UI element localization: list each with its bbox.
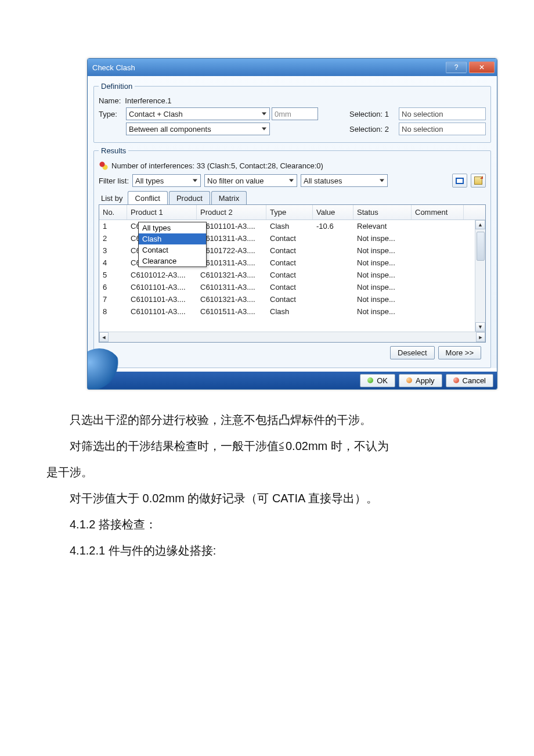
paragraph: 4.1.2 搭接检查： bbox=[46, 514, 488, 535]
table-cell bbox=[313, 244, 353, 257]
export-icon bbox=[474, 177, 482, 185]
horizontal-scrollbar[interactable]: ◄ ► bbox=[99, 332, 485, 342]
dot-orange-icon bbox=[406, 377, 412, 383]
vertical-scrollbar[interactable]: ▲ ▼ bbox=[475, 220, 485, 332]
table-cell: 2 bbox=[99, 232, 127, 244]
tab-conflict[interactable]: Conflict bbox=[128, 191, 168, 205]
filter-status-combo[interactable]: All statuses bbox=[301, 174, 388, 187]
table-cell: 8 bbox=[99, 305, 127, 318]
filter-type-dropdown[interactable]: All types Clash Contact Clearance bbox=[138, 222, 207, 267]
name-label: Name: bbox=[99, 96, 123, 105]
dialog-footer: OK Apply Cancel bbox=[88, 372, 497, 389]
table-cell: Not inspe... bbox=[353, 305, 412, 318]
paragraph: 是干涉。 bbox=[46, 462, 488, 483]
table-row[interactable]: 8C6101101-A3....C6101511-A3....ClashNot … bbox=[99, 305, 485, 318]
table-cell: Contact bbox=[266, 244, 313, 257]
table-cell bbox=[313, 293, 353, 305]
table-cell bbox=[412, 293, 464, 305]
name-value: Interference.1 bbox=[125, 96, 171, 105]
more-button[interactable]: More >> bbox=[438, 346, 481, 359]
scroll-left-icon[interactable]: ◄ bbox=[99, 332, 109, 342]
table-cell: C6101722-A3.... bbox=[197, 244, 266, 257]
table-cell: C6101101-A3.... bbox=[127, 305, 197, 318]
table-cell: 4 bbox=[99, 257, 127, 269]
type-label: Type: bbox=[99, 110, 124, 118]
table-cell: Contact bbox=[266, 293, 313, 305]
export-button[interactable] bbox=[471, 174, 486, 188]
table-cell bbox=[313, 269, 353, 281]
dropdown-option[interactable]: All types bbox=[139, 222, 206, 233]
scroll-thumb[interactable] bbox=[477, 232, 485, 261]
table-cell: C6101511-A3.... bbox=[197, 305, 266, 318]
table-cell: Not inspe... bbox=[353, 293, 412, 305]
rectangle-icon bbox=[456, 178, 464, 184]
check-clash-dialog: Check Clash ? ✕ Definition Name: Interfe… bbox=[87, 58, 497, 390]
tab-product[interactable]: Product bbox=[169, 191, 210, 205]
table-header-row: No. Product 1 Product 2 Type Value Statu… bbox=[99, 205, 485, 220]
table-cell: C6101101-A3.... bbox=[127, 281, 197, 293]
table-cell: C6101311-A3.... bbox=[197, 257, 266, 269]
listby-label: List by bbox=[99, 194, 128, 203]
scroll-right-icon[interactable]: ► bbox=[476, 332, 485, 342]
filter-type-combo[interactable]: All types bbox=[132, 174, 201, 187]
col-comment[interactable]: Comment bbox=[412, 205, 464, 219]
col-value[interactable]: Value bbox=[313, 205, 353, 219]
titlebar[interactable]: Check Clash ? ✕ bbox=[88, 59, 497, 76]
table-cell bbox=[313, 281, 353, 293]
col-product2[interactable]: Product 2 bbox=[197, 205, 266, 219]
cancel-button[interactable]: Cancel bbox=[446, 374, 493, 387]
dropdown-option[interactable]: Clash bbox=[139, 233, 206, 244]
table-cell bbox=[313, 232, 353, 244]
table-cell: 1 bbox=[99, 220, 127, 232]
selection2-box[interactable]: No selection bbox=[399, 123, 486, 135]
table-cell bbox=[412, 269, 464, 281]
table-cell: Contact bbox=[266, 257, 313, 269]
paragraph: 4.1.2.1 件与件的边缘处搭接: bbox=[46, 540, 488, 561]
ok-button[interactable]: OK bbox=[360, 374, 395, 387]
paragraph: 对筛选出的干涉结果检查时，一般干涉值≦0.02mm 时，不认为 bbox=[46, 435, 488, 457]
filter-value-combo[interactable]: No filter on value bbox=[204, 174, 297, 187]
close-icon[interactable]: ✕ bbox=[469, 62, 495, 73]
paragraph: 对干涉值大于 0.02mm 的做好记录（可 CATIA 直接导出）。 bbox=[46, 488, 488, 509]
clearance-input[interactable]: 0mm bbox=[272, 107, 318, 120]
table-row[interactable]: 7C6101101-A3....C6101321-A3....ContactNo… bbox=[99, 293, 485, 305]
table-cell: Clash bbox=[266, 220, 313, 232]
tab-matrix[interactable]: Matrix bbox=[211, 191, 247, 205]
apply-button[interactable]: Apply bbox=[399, 374, 442, 387]
table-cell: C6101101-A3.... bbox=[127, 293, 197, 305]
table-cell: 6 bbox=[99, 281, 127, 293]
col-type[interactable]: Type bbox=[266, 205, 313, 219]
table-cell bbox=[412, 257, 464, 269]
table-row[interactable]: 6C6101101-A3....C6101311-A3....ContactNo… bbox=[99, 281, 485, 293]
scope-combo[interactable]: Between all components bbox=[126, 123, 270, 135]
interference-icon bbox=[99, 161, 108, 170]
table-cell bbox=[313, 257, 353, 269]
help-icon[interactable]: ? bbox=[446, 62, 467, 73]
type-combo[interactable]: Contact + Clash bbox=[126, 107, 270, 120]
col-no[interactable]: No. bbox=[99, 205, 127, 219]
table-cell: Not inspe... bbox=[353, 269, 412, 281]
table-cell: C6101311-A3.... bbox=[197, 232, 266, 244]
table-cell bbox=[412, 305, 464, 318]
table-cell bbox=[412, 232, 464, 244]
detailed-results-button[interactable] bbox=[452, 174, 467, 188]
table-row[interactable]: 5C6101012-A3....C6101321-A3....ContactNo… bbox=[99, 269, 485, 281]
table-cell: Not inspe... bbox=[353, 244, 412, 257]
table-cell: Not inspe... bbox=[353, 281, 412, 293]
definition-legend: Definition bbox=[99, 82, 135, 91]
scroll-up-icon[interactable]: ▲ bbox=[475, 220, 485, 229]
table-cell: Contact bbox=[266, 232, 313, 244]
deselect-button[interactable]: Deselect bbox=[390, 346, 435, 359]
results-legend: Results bbox=[99, 146, 128, 155]
selection1-box[interactable]: No selection bbox=[399, 107, 486, 120]
table-cell: C6101321-A3.... bbox=[197, 293, 266, 305]
table-cell: 7 bbox=[99, 293, 127, 305]
dropdown-option[interactable]: Contact bbox=[139, 244, 206, 255]
table-cell: C6101101-A3.... bbox=[197, 220, 266, 232]
table-cell: 5 bbox=[99, 269, 127, 281]
scroll-down-icon[interactable]: ▼ bbox=[475, 322, 485, 332]
table-cell: C6101321-A3.... bbox=[197, 269, 266, 281]
dropdown-option[interactable]: Clearance bbox=[139, 255, 206, 267]
col-status[interactable]: Status bbox=[353, 205, 412, 219]
col-product1[interactable]: Product 1 bbox=[127, 205, 197, 219]
